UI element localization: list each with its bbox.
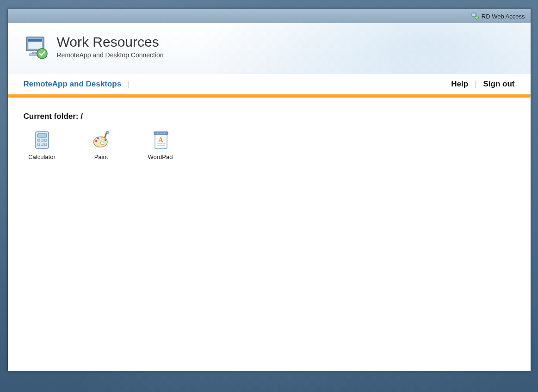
svg-rect-14 — [37, 143, 40, 146]
accent-divider — [8, 94, 531, 98]
svg-point-28 — [161, 133, 161, 134]
svg-point-17 — [93, 137, 107, 147]
svg-point-19 — [95, 140, 97, 142]
app-list: Calculator Paint — [24, 130, 515, 160]
nav-separator: | — [128, 80, 130, 89]
svg-point-18 — [100, 142, 104, 145]
page-subtitle: RemoteApp and Desktop Connection — [57, 51, 164, 59]
svg-point-20 — [97, 137, 99, 139]
calculator-icon — [32, 130, 52, 150]
svg-rect-1 — [472, 13, 476, 16]
app-label: WordPad — [148, 153, 173, 160]
tab-remoteapp-and-desktops[interactable]: RemoteApp and Desktops — [24, 80, 122, 89]
sign-out-link[interactable]: Sign out — [483, 80, 515, 89]
current-folder-label: Current folder: / — [24, 112, 515, 121]
app-wordpad[interactable]: A WordPad — [142, 130, 179, 160]
svg-rect-10 — [37, 134, 47, 137]
navbar: RemoteApp and Desktops | Help | Sign out — [8, 74, 531, 94]
svg-point-29 — [164, 133, 165, 134]
svg-text:A: A — [158, 136, 163, 143]
svg-rect-16 — [44, 143, 47, 146]
svg-rect-12 — [41, 139, 43, 141]
app-calculator[interactable]: Calculator — [24, 130, 61, 160]
svg-point-22 — [104, 139, 106, 141]
page-title: Work Resources — [57, 34, 164, 49]
svg-rect-15 — [41, 143, 43, 146]
help-link[interactable]: Help — [451, 80, 468, 89]
content-area: Current folder: / Calculator — [8, 98, 531, 371]
svg-point-21 — [101, 136, 103, 138]
app-label: Paint — [94, 153, 108, 160]
app-paint[interactable]: Paint — [83, 130, 120, 160]
nav-separator: | — [475, 80, 476, 89]
svg-point-27 — [157, 133, 158, 134]
top-bar: RD Web Access — [8, 9, 531, 23]
header: Work Resources RemoteApp and Desktop Con… — [8, 23, 531, 74]
rd-web-access-icon — [471, 12, 479, 20]
top-bar-label: RD Web Access — [482, 13, 525, 20]
svg-rect-13 — [44, 139, 47, 141]
app-label: Calculator — [28, 153, 56, 160]
svg-rect-5 — [28, 39, 42, 42]
work-resources-icon — [24, 35, 50, 60]
svg-rect-11 — [37, 139, 40, 141]
paint-icon — [92, 130, 111, 150]
wordpad-icon: A — [151, 130, 170, 150]
